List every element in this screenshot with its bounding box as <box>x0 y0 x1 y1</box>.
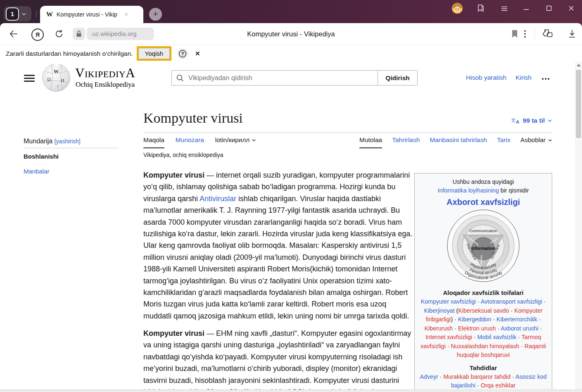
svg-text:W: W <box>54 69 59 74</box>
wiki-link-missing[interactable]: Kiberseksual savdo <box>458 307 509 314</box>
text-segment: Kompyuter virusi <box>143 329 204 337</box>
chevron-down-icon <box>548 138 552 143</box>
infobox-intro-line: Ushbu andoza quyidagi <box>418 178 549 186</box>
browser-menu-icon[interactable] <box>500 5 509 12</box>
new-tab-button[interactable]: + <box>149 8 162 21</box>
wiki-link-missing[interactable]: Orqa eshiklar <box>481 382 515 389</box>
infobox-title-link[interactable]: Axborot xavfsizligi <box>418 197 549 207</box>
maximize-button[interactable] <box>545 5 553 12</box>
tab-tarix[interactable]: Tarix <box>497 136 511 147</box>
svg-text:7: 7 <box>57 85 59 89</box>
search-bar[interactable]: Qidirish <box>171 70 418 86</box>
infobox-section-heading: Aloqador xavfsizlik toifalari <box>418 288 549 297</box>
tab-asboblar[interactable]: Asboblar <box>520 136 552 147</box>
wiki-wordmark[interactable]: VikipediyA <box>75 66 135 81</box>
create-account-link[interactable]: Hisob yaratish <box>466 74 506 81</box>
tab-munozara[interactable]: Munozara <box>176 136 204 147</box>
text-segment: · <box>438 373 444 380</box>
tab-manbasini-tahrirlash[interactable]: Manbasini tahrirlash <box>430 136 487 147</box>
tab-tahrirlash[interactable]: Tahrirlash <box>392 136 420 147</box>
browser-toolbar: Я uz.wikipedia.org Kompyuter virusi - Vi… <box>0 23 582 45</box>
text-segment: — EHM ning xavfli „dasturi“. Kompyuter e… <box>143 329 411 392</box>
profile-avatar[interactable] <box>451 2 463 14</box>
wiki-link[interactable]: Kiberjinoyat <box>424 307 454 314</box>
wiki-tagline: Ochiq Ensiklopediya <box>76 81 135 89</box>
svg-text:文: 文 <box>511 118 516 123</box>
svg-text:Communication: Communication <box>470 228 497 233</box>
language-count-label: 99 ta til <box>523 117 545 124</box>
wiki-link-missing[interactable]: Elektron urush <box>458 325 496 332</box>
login-link[interactable]: Kirish <box>515 74 532 81</box>
sidebar-item-manbalar[interactable]: Manbalar <box>24 168 50 175</box>
svg-text:И: И <box>61 78 64 83</box>
toolbar-page-title: Kompyuter virusi - Vikipediya <box>0 30 582 38</box>
wiki-link-missing[interactable]: Internet xavfsizligi <box>425 334 472 340</box>
chevron-down-icon[interactable] <box>20 10 28 18</box>
text-segment: · <box>496 325 501 332</box>
tab-variant-selector[interactable]: lotin/кирилл <box>215 136 257 147</box>
wiki-link[interactable]: Kiberterrorchilik <box>496 316 537 323</box>
wiki-link[interactable]: Axborot urushi <box>501 325 538 332</box>
search-button[interactable]: Qidirish <box>378 71 417 85</box>
text-segment: · <box>476 298 481 305</box>
minimize-button[interactable] <box>523 5 530 12</box>
browser-window: 1 W Kompyuter virusi - Vikip + <box>0 0 582 392</box>
tab-title: Kompyuter virusi - Vikip <box>57 11 124 18</box>
text-segment: · <box>539 325 542 332</box>
contents-label: Mundarija <box>24 138 52 145</box>
infobox-category-links: Kompyuter xavfsizligi · Avtotransport xa… <box>418 297 549 360</box>
wiki-link[interactable]: Kibergeddon <box>458 316 491 323</box>
user-menu-icon[interactable] <box>541 74 549 81</box>
wikipedia-globe-logo[interactable]: W Ω И 7 <box>41 63 71 94</box>
language-selector[interactable]: 文 A 99 ta til <box>511 117 552 124</box>
bookmark-star-icon[interactable] <box>511 29 519 38</box>
wiki-link[interactable]: Antiviruslar <box>200 195 236 203</box>
intro-rest: bir qismidir <box>499 187 529 194</box>
vertical-scrollbar[interactable] <box>575 62 582 392</box>
scroll-up-arrow[interactable] <box>577 64 581 67</box>
chevron-down-icon <box>547 118 552 123</box>
wiki-link-missing[interactable]: Murakkab barqaror tahdid <box>443 373 510 380</box>
language-icon: 文 A <box>511 117 520 124</box>
protection-notification-bar: Zararli dasturlardan himoyalanish o‘chir… <box>0 45 582 62</box>
wikipedia-page: W Ω И 7 VikipediyA Ochiq Ensiklopediya Q… <box>0 62 582 392</box>
chevron-down-icon <box>252 138 256 143</box>
svg-text:?: ? <box>181 51 184 56</box>
text-segment: ishlab chiqarilgan. Viruslar haqida dast… <box>143 195 412 320</box>
wiki-link[interactable]: Kompyuter xavfsizligi <box>421 298 476 305</box>
hide-contents-link[interactable]: [yashirish] <box>55 138 81 145</box>
wiki-link[interactable]: Avtotransport xavfsizligi <box>481 298 542 305</box>
bookmarks-panel-icon[interactable] <box>476 3 486 13</box>
text-segment: · <box>475 382 481 389</box>
wiki-menu-icon[interactable] <box>24 75 35 84</box>
sidebar-item-boshlanishi[interactable]: Boshlanishi <box>24 153 59 160</box>
more-options-icon[interactable] <box>524 30 526 38</box>
information-security-diagram: Communication Hardware Software Confiden… <box>446 208 521 286</box>
notification-close-icon[interactable]: ✕ <box>195 50 200 57</box>
svg-text:Availability: Availability <box>480 254 482 266</box>
tools-label: Asboblar <box>520 136 546 144</box>
browser-tab-active[interactable]: W Kompyuter virusi - Vikip <box>40 6 143 23</box>
article-paragraph: Kompyuter virusi — internet orqali suzib… <box>143 169 414 322</box>
help-icon[interactable]: ? <box>177 48 188 59</box>
search-input[interactable] <box>188 74 378 82</box>
wiki-link-missing[interactable]: Kiberurush <box>425 325 453 332</box>
text-segment: · <box>509 307 514 314</box>
collections-tag-icon[interactable] <box>542 29 553 39</box>
close-button[interactable] <box>568 5 575 12</box>
infobox-section-heading: Tahdidlar <box>418 363 549 372</box>
wiki-link[interactable]: Adveyr <box>420 373 438 380</box>
search-icon <box>176 74 184 82</box>
wiki-link[interactable]: Mobil xavfsizlik <box>477 334 517 340</box>
informatika-project-link[interactable]: Informatika loyihasining <box>438 187 499 194</box>
text-segment: ) · <box>451 316 458 323</box>
infobox-threat-links: Adveyr · Murakkab barqaror tahdid · Asos… <box>418 373 549 390</box>
tab-counter[interactable]: 1 <box>4 6 31 21</box>
enable-protection-button[interactable]: Yoqish <box>138 48 170 59</box>
downloads-icon[interactable] <box>568 29 577 38</box>
tab-maqola[interactable]: Maqola <box>143 136 164 148</box>
tab-mutolaa[interactable]: Mutolaa <box>359 136 382 148</box>
scrollbar-thumb[interactable] <box>576 70 581 138</box>
svg-text:Information: Information <box>471 246 495 251</box>
wiki-link-missing[interactable]: Nusxalashdan himoyalash <box>451 343 520 349</box>
